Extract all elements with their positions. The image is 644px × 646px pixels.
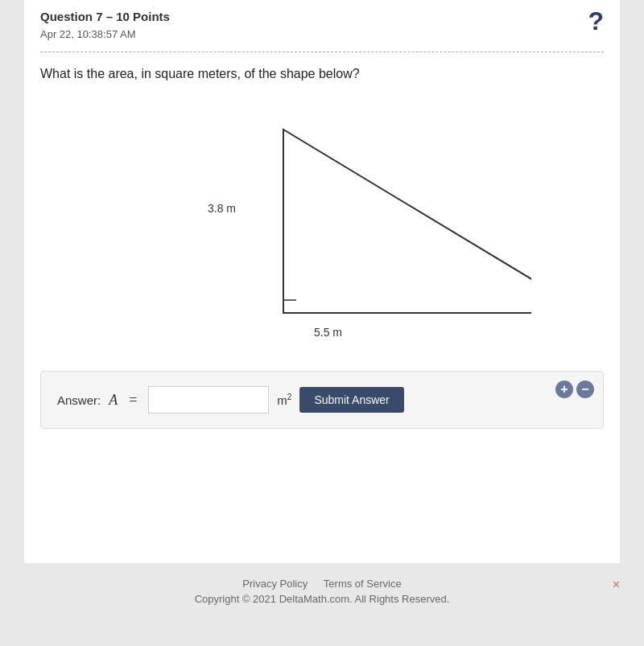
answer-unit: m2 [277, 393, 291, 407]
footer-links: Privacy Policy Terms of Service [0, 578, 644, 590]
answer-math-var: A [109, 392, 118, 409]
terms-of-service-link[interactable]: Terms of Service [324, 578, 402, 590]
close-icon[interactable]: × [613, 578, 620, 592]
answer-section: Answer: A = m2 Submit Answer [40, 371, 604, 429]
question-title: Question 7 – 10 Points [40, 8, 170, 27]
main-content: Question 7 – 10 Points Apr 22, 10:38:57 … [24, 0, 620, 563]
answer-left: Answer: A = m2 Submit Answer [57, 386, 404, 414]
zoom-controls: + − [555, 381, 594, 398]
section-divider [40, 51, 604, 52]
copyright-text: Copyright © 2021 DeltaMath.com. All Righ… [0, 593, 644, 605]
triangle-diagram [225, 121, 531, 339]
question-info: Question 7 – 10 Points Apr 22, 10:38:57 … [40, 8, 170, 42]
bottom-label: 5.5 m [314, 326, 342, 339]
svg-marker-0 [283, 130, 531, 313]
privacy-policy-link[interactable]: Privacy Policy [242, 578, 308, 590]
left-label: 3.8 m [208, 202, 236, 215]
question-date: Apr 22, 10:38:57 AM [40, 27, 170, 43]
answer-equals: = [129, 392, 137, 409]
header-bar: Question 7 – 10 Points Apr 22, 10:38:57 … [40, 8, 604, 47]
answer-label: Answer: [57, 393, 101, 407]
question-text: What is the area, in square meters, of t… [40, 67, 604, 81]
diagram-container: 3.8 m 5.5 m [153, 97, 491, 347]
zoom-out-button[interactable]: − [576, 381, 594, 398]
zoom-in-button[interactable]: + [555, 381, 573, 398]
footer: Privacy Policy Terms of Service Copyrigh… [0, 563, 644, 613]
answer-input[interactable] [148, 386, 269, 414]
submit-answer-button[interactable]: Submit Answer [299, 387, 403, 413]
help-icon[interactable]: ? [588, 8, 604, 34]
